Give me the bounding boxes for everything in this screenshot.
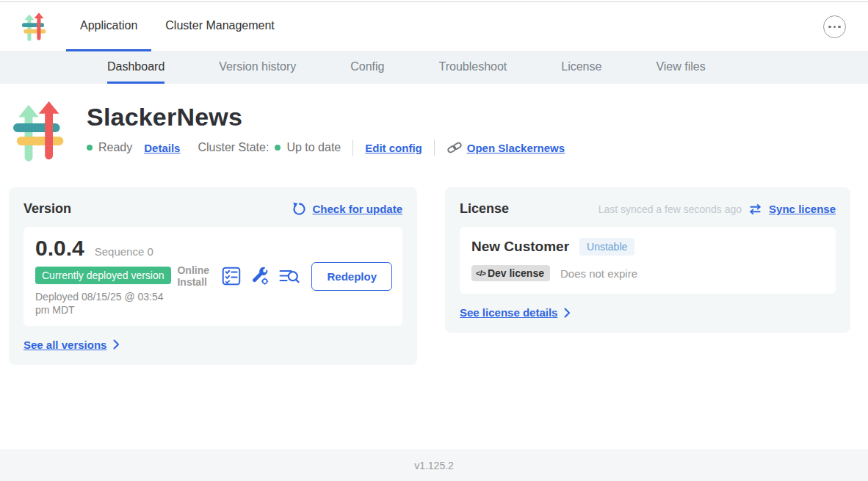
- version-card-title: Version: [23, 201, 71, 217]
- chain-link-icon: [446, 140, 463, 156]
- console-version: v1.125.2: [414, 460, 454, 471]
- divider: [434, 140, 435, 156]
- redeploy-button[interactable]: Redeploy: [311, 262, 392, 291]
- overflow-menu-button[interactable]: [823, 15, 846, 38]
- app-status-dot: [87, 145, 93, 151]
- chevron-right-icon: [564, 308, 571, 318]
- subnav-item-troubleshoot[interactable]: Troubleshoot: [438, 52, 507, 84]
- cluster-state-text: Up to date: [286, 141, 341, 154]
- ellipsis-icon: [828, 26, 831, 29]
- subnav-item-license[interactable]: License: [561, 52, 601, 84]
- dashboard-main: SlackerNews Ready Details Cluster State:…: [0, 84, 868, 449]
- subnav-dashboard-label: Dashboard: [107, 60, 164, 73]
- cluster-state-dot: [275, 145, 281, 151]
- tab-cluster-management[interactable]: Cluster Management: [151, 2, 289, 51]
- subnav-item-version-history[interactable]: Version history: [219, 52, 296, 84]
- subnav-troubleshoot-label: Troubleshoot: [438, 60, 507, 73]
- install-type-label: Online Install: [177, 264, 212, 288]
- channel-badge: Unstable: [579, 238, 634, 256]
- app-logo-icon: [22, 12, 47, 42]
- see-license-details-link[interactable]: See license details: [460, 306, 557, 319]
- see-all-versions-link[interactable]: See all versions: [23, 339, 106, 351]
- app-status-row: Ready Details Cluster State: Up to date …: [87, 140, 565, 156]
- console-footer: v1.125.2: [0, 449, 868, 481]
- app-logo[interactable]: [22, 2, 47, 51]
- app-status-text: Ready: [98, 141, 132, 154]
- last-synced-text: Last synced a few seconds ago: [598, 203, 742, 215]
- current-version-panel: 0.0.4 Sequence 0 Currently deployed vers…: [23, 227, 402, 326]
- subnav-version-history-label: Version history: [219, 60, 296, 73]
- sync-arrows-icon: [748, 203, 762, 215]
- dashboard-cards: Version Check for update 0.0.4 Sequence …: [0, 163, 868, 365]
- app-icon: [13, 101, 66, 163]
- license-panel: New Customer Unstable </> Dev license Do…: [460, 227, 836, 294]
- tab-application-label: Application: [80, 19, 137, 32]
- deployed-badge: Currently deployed version: [35, 267, 171, 284]
- version-number: 0.0.4: [35, 236, 84, 260]
- deployed-timestamp: Deployed 08/15/25 @ 03:54 pm MDT: [35, 290, 172, 317]
- app-subnav: Dashboard Version history Config Trouble…: [0, 51, 868, 84]
- divider: [352, 140, 353, 156]
- sequence-label: Sequence 0: [95, 245, 153, 258]
- subnav-config-label: Config: [350, 60, 384, 73]
- license-card-title: License: [460, 201, 509, 217]
- top-navbar: Application Cluster Management: [0, 2, 868, 51]
- subnav-item-dashboard[interactable]: Dashboard: [107, 52, 164, 84]
- subnav-license-label: License: [561, 60, 601, 73]
- preflight-checks-icon[interactable]: [222, 267, 241, 286]
- license-type-tag: </> Dev license: [471, 265, 550, 281]
- subnav-item-config[interactable]: Config: [350, 52, 384, 84]
- page-title: SlackerNews: [87, 103, 565, 131]
- license-card: License Last synced a few seconds ago Sy…: [445, 187, 850, 333]
- version-card: Version Check for update 0.0.4 Sequence …: [9, 187, 417, 365]
- tab-application[interactable]: Application: [66, 2, 151, 51]
- subnav-view-files-label: View files: [656, 60, 705, 73]
- refresh-icon: [292, 202, 305, 216]
- subnav-item-view-files[interactable]: View files: [656, 52, 705, 84]
- open-app-link[interactable]: Open Slackernews: [446, 140, 565, 156]
- check-for-update-link[interactable]: Check for update: [312, 203, 402, 215]
- view-diff-icon[interactable]: [279, 267, 300, 285]
- chevron-right-icon: [113, 339, 120, 350]
- tab-cluster-management-label: Cluster Management: [165, 19, 275, 32]
- edit-config-icon[interactable]: [250, 267, 270, 286]
- code-tag-icon: </>: [476, 269, 485, 278]
- app-header: SlackerNews Ready Details Cluster State:…: [0, 84, 868, 163]
- sync-license-link[interactable]: Sync license: [769, 203, 836, 215]
- cluster-state-label: Cluster State:: [198, 141, 269, 154]
- top-nav-tabs: Application Cluster Management: [66, 2, 289, 51]
- status-details-link[interactable]: Details: [144, 142, 180, 154]
- license-expiry: Does not expire: [560, 267, 637, 280]
- customer-name: New Customer: [471, 239, 569, 255]
- license-type-label: Dev license: [488, 267, 544, 279]
- edit-config-link[interactable]: Edit config: [365, 142, 422, 154]
